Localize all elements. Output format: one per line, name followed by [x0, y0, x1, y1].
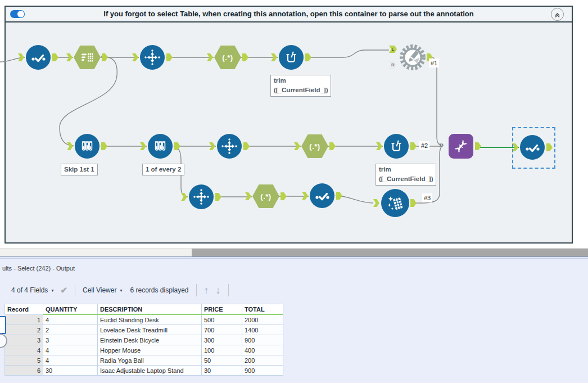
results-table: Record QUANTITY DESCRIPTION PRICE TOTAL …: [4, 304, 283, 376]
tool-regex-3[interactable]: (.*): [252, 184, 279, 209]
annotation-skip[interactable]: Skip 1st 1: [61, 164, 98, 175]
connection-wires: [0, 0, 588, 247]
annotation-trim-2[interactable]: trim ([_CurrentField_]): [376, 164, 436, 186]
tool-regex-1[interactable]: (.*): [214, 45, 241, 70]
cell-description[interactable]: Lovelace Desk Treadmill: [98, 325, 202, 335]
cell-price[interactable]: 30: [202, 366, 242, 376]
cell-description[interactable]: Euclid Standing Desk: [98, 314, 202, 325]
connection-label-2: #2: [419, 141, 429, 150]
cell-quantity[interactable]: 3: [43, 335, 98, 345]
cell-quantity[interactable]: 4: [43, 314, 98, 325]
fields-dropdown[interactable]: 4 of 4 Fields: [11, 286, 48, 294]
cell-total[interactable]: 900: [242, 335, 283, 345]
tool-sample-2[interactable]: [148, 134, 173, 159]
cell-price[interactable]: 700: [202, 325, 242, 335]
tool-multi-field-formula-2[interactable]: [384, 134, 409, 159]
toolbar-separator: [228, 284, 229, 296]
cell-price[interactable]: 50: [202, 355, 242, 366]
annotation-trim-1[interactable]: trim ([_CurrentField_]): [270, 75, 331, 97]
cell-quantity[interactable]: 4: [43, 345, 98, 355]
tool-select-1[interactable]: [26, 45, 51, 70]
regex-label: (.*): [260, 192, 271, 201]
record-number[interactable]: 3: [5, 335, 43, 345]
regex-label: (.*): [222, 53, 233, 62]
test-tubes-icon: [79, 138, 95, 154]
column-header[interactable]: Record: [5, 304, 43, 315]
cell-total[interactable]: 2000: [242, 314, 283, 325]
test-tubes-icon: [152, 138, 168, 154]
tool-data-cleansing[interactable]: [381, 189, 409, 217]
cell-description[interactable]: Radia Yoga Ball: [98, 355, 202, 366]
sparkle-table-icon: [386, 194, 404, 212]
multi-input-anchor[interactable]: »: [439, 140, 442, 148]
cell-total[interactable]: 200: [242, 355, 283, 366]
cell-viewer-dropdown[interactable]: Cell Viewer: [83, 286, 116, 294]
chevron-down-icon[interactable]: ▾: [120, 288, 122, 293]
tool-arrange-2[interactable]: [217, 134, 242, 159]
cell-total[interactable]: 400: [242, 345, 283, 355]
connection-label-1: #1: [429, 58, 439, 67]
record-number[interactable]: 4: [5, 345, 43, 355]
formula-beaker-icon: [388, 138, 404, 154]
table-columns-icon: [79, 49, 95, 65]
table-row: 4 4 Hopper Mouse 100 400: [5, 345, 283, 355]
table-row: 2 2 Lovelace Desk Treadmill 700 1400: [5, 325, 283, 335]
scroll-up-icon[interactable]: ↑: [204, 285, 209, 295]
tool-select-3[interactable]: [310, 183, 334, 208]
panel-tab-icon[interactable]: [0, 316, 6, 334]
results-panel: ults - Select (242) - Output 4 of 4 Fiel…: [0, 256, 588, 383]
scrollbar-thumb[interactable]: [192, 249, 588, 257]
tool-text-to-columns[interactable]: [74, 45, 101, 70]
cell-quantity[interactable]: 4: [43, 355, 98, 366]
cell-quantity[interactable]: 2: [43, 325, 98, 335]
results-title: ults - Select (242) - Output: [2, 265, 75, 272]
tool-select-final[interactable]: [520, 135, 545, 160]
table-row: 6 30 Isaac Adjustable Laptop Stand 30 90…: [5, 366, 283, 376]
scroll-down-icon[interactable]: ↓: [216, 285, 221, 295]
tool-sample-1[interactable]: [75, 134, 99, 159]
chevron-down-icon[interactable]: ▾: [51, 288, 53, 293]
table-row: 3 3 Einstein Desk Bicycle 300 900: [5, 335, 283, 345]
column-header[interactable]: QUANTITY: [43, 304, 98, 315]
record-number[interactable]: 5: [5, 355, 43, 366]
table-row: 5 4 Radia Yoga Ball 50 200: [5, 355, 283, 366]
column-header[interactable]: DESCRIPTION: [98, 304, 202, 315]
apply-check-icon[interactable]: ✔: [60, 285, 67, 295]
annotation-line: trim: [274, 76, 328, 85]
tool-arrange-1[interactable]: [140, 45, 165, 70]
record-number[interactable]: 1: [5, 314, 43, 325]
cell-price[interactable]: 100: [202, 345, 242, 355]
macro-gear-pencil-icon: [398, 43, 427, 72]
formula-beaker-icon: [283, 49, 299, 65]
tool-join-macro[interactable]: L R: [398, 43, 427, 72]
cell-description[interactable]: Isaac Adjustable Laptop Stand: [98, 366, 202, 376]
cell-quantity[interactable]: 30: [43, 366, 98, 376]
tool-multi-field-formula-1[interactable]: [279, 45, 304, 70]
results-toolbar: 4 of 4 Fields ▾ ✔ Cell Viewer ▾ 6 record…: [0, 280, 588, 301]
cell-price[interactable]: 300: [202, 335, 242, 345]
connection-label-3: #3: [422, 193, 432, 202]
cross-arrows-icon: [144, 49, 160, 65]
record-number[interactable]: 2: [5, 325, 43, 335]
cross-arrows-icon: [193, 189, 209, 205]
cell-price[interactable]: 500: [202, 314, 242, 325]
tool-dynamic-rename[interactable]: »: [449, 134, 473, 159]
column-header[interactable]: PRICE: [202, 304, 242, 315]
annotation-every[interactable]: 1 of every 2: [142, 164, 184, 175]
tool-regex-2[interactable]: (.*): [301, 134, 328, 159]
tool-arrange-3[interactable]: [189, 184, 214, 209]
record-number[interactable]: 6: [5, 366, 43, 376]
left-anchor-label: L: [392, 47, 395, 52]
toolbar-separator: [196, 284, 197, 296]
cell-total[interactable]: 1400: [242, 325, 283, 335]
column-header[interactable]: TOTAL: [242, 304, 283, 315]
cell-total[interactable]: 900: [242, 366, 283, 376]
panel-divider: [0, 258, 588, 259]
cell-description[interactable]: Einstein Desk Bicycle: [98, 335, 202, 345]
cell-description[interactable]: Hopper Mouse: [98, 345, 202, 355]
horizontal-scrollbar: [0, 248, 588, 257]
check-dots-icon: [314, 188, 330, 204]
annotation-line: trim: [379, 165, 433, 174]
annotation-line: ([_CurrentField_]): [379, 174, 433, 184]
records-count: 6 records displayed: [130, 286, 188, 294]
